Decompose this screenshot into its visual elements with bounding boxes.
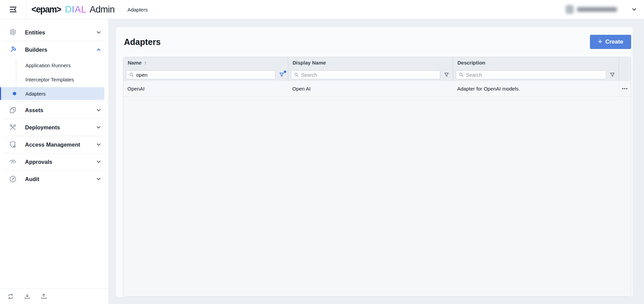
epam-logo: <epam>	[31, 4, 61, 15]
description-search-box	[456, 70, 606, 79]
chevron-down-icon	[96, 107, 102, 113]
breadcrumb[interactable]: Adapters	[127, 7, 148, 12]
sidebar-item-adapters[interactable]: Adapters	[0, 87, 104, 100]
sidebar-item-application-runners[interactable]: Application Runners	[0, 58, 108, 72]
filter-cell-name	[123, 68, 288, 81]
table-header-row: Name ↑ Display Name Description	[123, 57, 631, 68]
hammer-icon	[9, 46, 17, 54]
active-filter-dot	[284, 71, 286, 73]
table-empty-area	[123, 97, 631, 297]
dial-letter: A	[75, 4, 81, 15]
dial-letter: D	[65, 4, 72, 15]
create-button-label: Create	[605, 39, 623, 45]
builders-subnav: Application Runners Interceptor Template…	[0, 58, 108, 100]
filter-cell-description	[453, 68, 619, 81]
filter-cell-actions	[619, 68, 631, 81]
display-name-filter-input[interactable]	[301, 72, 437, 78]
sidebar-item-approvals[interactable]: Approvals	[0, 153, 108, 170]
avatar	[566, 5, 574, 14]
chevron-up-icon	[96, 47, 102, 53]
dial-letter: I	[72, 4, 75, 15]
user-menu[interactable]	[566, 5, 644, 14]
sidebar-item-deployments[interactable]: Deployments	[0, 119, 108, 136]
sidebar-footer	[0, 288, 108, 304]
chevron-down-icon	[96, 29, 102, 35]
sidebar: Entities Builders	[0, 19, 109, 304]
column-header-description[interactable]: Description	[453, 57, 619, 68]
sidebar-collapse-icon	[9, 5, 18, 14]
sidebar-item-label: Builders	[25, 47, 47, 53]
sidebar-item-label: Access Management	[25, 142, 80, 148]
row-actions-button[interactable]: •••	[622, 87, 628, 91]
dial-letter: L	[81, 4, 86, 15]
table-filter-row	[123, 68, 631, 81]
description-filter-menu-button[interactable]	[610, 72, 616, 78]
display-name-search-box	[291, 70, 440, 79]
compass-icon	[9, 175, 17, 183]
refresh-button[interactable]	[7, 293, 15, 300]
column-label: Name	[128, 60, 142, 66]
sidebar-collapse-button[interactable]	[0, 0, 27, 19]
sidebar-item-entities[interactable]: Entities	[0, 24, 108, 41]
plus-icon: +	[598, 38, 602, 45]
chevron-down-icon	[96, 124, 102, 130]
table-row[interactable]: OpenAI Open AI Adapter for OpenAI models…	[123, 81, 631, 97]
top-bar: <epam> DIAL Admin Adapters	[0, 0, 644, 19]
sidebar-item-interceptor-templates[interactable]: Interceptor Templates	[0, 72, 108, 86]
funnel-icon	[610, 72, 616, 78]
display-name-filter-menu-button[interactable]	[444, 72, 450, 78]
funnel-icon	[444, 72, 450, 78]
download-icon	[24, 293, 31, 300]
sidebar-item-label: Audit	[25, 176, 39, 182]
search-icon	[294, 72, 299, 77]
sidebar-item-access-management[interactable]: Access Management	[0, 136, 108, 153]
create-button[interactable]: + Create	[590, 35, 631, 49]
sort-ascending-icon: ↑	[144, 60, 147, 66]
admin-wordmark: Admin	[90, 4, 115, 15]
sidebar-item-label: Deployments	[25, 124, 60, 131]
filter-cell-display-name	[288, 68, 453, 81]
user-chip-redacted	[566, 5, 617, 14]
sidebar-item-label: Assets	[25, 107, 43, 113]
handshake-icon	[9, 158, 17, 166]
sub-item-label: Interceptor Templates	[25, 77, 74, 82]
sidebar-item-audit[interactable]: Audit	[0, 171, 108, 187]
sidebar-item-builders[interactable]: Builders	[0, 41, 108, 58]
sub-item-label: Application Runners	[25, 62, 71, 68]
cell-actions: •••	[619, 81, 631, 96]
sidebar-item-label: Approvals	[25, 159, 52, 165]
search-icon	[129, 72, 134, 77]
download-button[interactable]	[24, 293, 31, 300]
name-filter-input[interactable]	[136, 72, 272, 78]
sidebar-item-label: Entities	[25, 29, 45, 36]
adapters-panel: Adapters + Create Name ↑ Display Name De…	[116, 27, 633, 297]
column-label: Display Name	[293, 60, 326, 66]
shield-gear-icon	[9, 141, 17, 149]
search-icon	[459, 72, 464, 77]
sidebar-nav: Entities Builders	[0, 19, 108, 288]
sub-item-label: Adapters	[25, 91, 46, 97]
chevron-down-icon	[96, 176, 102, 182]
tools-icon	[9, 123, 17, 131]
cell-name: OpenAI	[123, 81, 288, 96]
description-filter-input[interactable]	[466, 72, 603, 78]
dial-wordmark: DIAL	[65, 4, 86, 15]
hexagon-target-icon	[9, 28, 17, 36]
column-header-display-name[interactable]: Display Name	[288, 57, 453, 68]
column-header-actions	[619, 57, 631, 68]
chevron-down-icon	[96, 142, 102, 148]
sidebar-item-assets[interactable]: Assets	[0, 102, 108, 119]
cell-display-name: Open AI	[288, 81, 453, 96]
name-filter-menu-button[interactable]	[279, 72, 285, 78]
copy-icon	[9, 106, 17, 114]
upload-button[interactable]	[40, 293, 48, 300]
column-header-name[interactable]: Name ↑	[123, 57, 288, 68]
panel-header: Adapters + Create	[123, 27, 631, 57]
chevron-down-icon	[96, 159, 102, 165]
name-search-box	[126, 70, 275, 79]
active-indicator-dot	[13, 92, 16, 95]
chevron-down-icon[interactable]	[631, 6, 637, 12]
active-indicator-bar	[0, 87, 1, 100]
column-label: Description	[457, 60, 486, 66]
page-title: Adapters	[124, 37, 160, 47]
